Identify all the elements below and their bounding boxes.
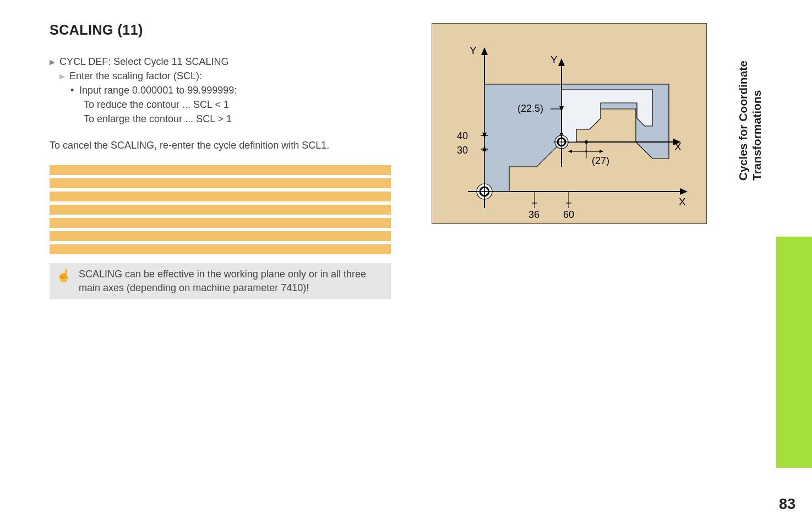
code-line xyxy=(50,231,391,241)
section-sidebar-label: Cycles for Coordinate Transformations xyxy=(736,61,764,181)
hand-point-icon: ☝ xyxy=(56,267,71,283)
diagram-y30: 30 xyxy=(457,145,468,156)
diagram-y225: (22.5) xyxy=(517,103,543,114)
code-line xyxy=(50,192,391,201)
bullet-l3-text: Input range 0.000001 to 99.999999: xyxy=(79,85,237,96)
code-line xyxy=(50,244,391,254)
triangle-right-icon: ▶ xyxy=(59,72,69,82)
diagram-y-label-outer: Y xyxy=(470,45,477,56)
code-line xyxy=(50,178,391,188)
svg-point-23 xyxy=(585,140,588,144)
sidebar-line2: Transformations xyxy=(750,90,763,181)
bullet-l1-text: CYCL DEF: Select Cycle 11 SCALING xyxy=(59,56,228,67)
sidebar-line1: Cycles for Coordinate xyxy=(737,61,749,181)
diagram-y40: 40 xyxy=(457,130,468,141)
bullet-dot-icon: • xyxy=(70,83,79,97)
svg-point-24 xyxy=(585,150,587,152)
code-line xyxy=(50,205,391,215)
diagram-y-label-inner: Y xyxy=(551,54,558,65)
code-line xyxy=(50,218,391,228)
bullet-l2-text: Enter the scaling factor (SCL): xyxy=(69,70,202,81)
diagram-x27: (27) xyxy=(592,155,609,166)
diagram-x60: 60 xyxy=(563,209,574,220)
note-text: SCALING can be effective in the working … xyxy=(79,267,384,295)
section-color-tab xyxy=(776,237,812,468)
diagram-x-label-inner: X xyxy=(674,141,682,152)
code-line xyxy=(50,165,391,175)
page-number: 83 xyxy=(779,496,795,513)
note-box: ☝ SCALING can be effective in the workin… xyxy=(50,263,391,299)
scaling-diagram: Y X Y X 40 xyxy=(432,23,707,224)
diagram-x36: 36 xyxy=(528,209,539,220)
diagram-x-label-outer: X xyxy=(679,196,686,207)
code-block-placeholder xyxy=(50,165,391,254)
triangle-right-icon: ▶ xyxy=(50,57,59,68)
